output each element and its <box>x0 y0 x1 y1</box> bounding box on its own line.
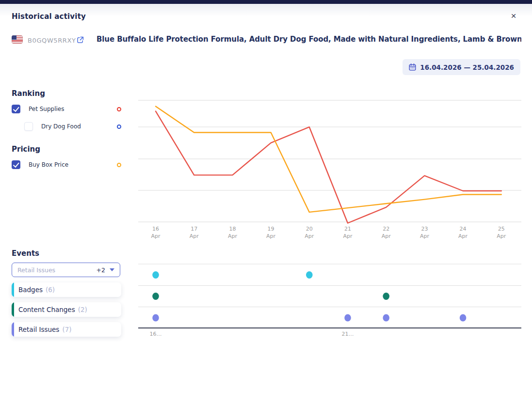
ranking-row-pet-supplies: Pet Supplies <box>12 104 121 114</box>
flag-canton <box>12 35 16 40</box>
x-tick-label: 21 <box>344 226 351 232</box>
events-filter-dropdown[interactable]: Retail Issues +2 <box>12 263 120 277</box>
event-dot[interactable] <box>460 314 467 321</box>
x-tick-label: 16 <box>152 226 159 232</box>
chevron-down-icon <box>110 268 114 271</box>
product-title: Blue Buffalo Life Protection Formula, Ad… <box>97 35 521 44</box>
x-tick-label: 19 <box>268 226 274 232</box>
events-x-label: 16… <box>150 331 162 337</box>
retail-issues-accent-bar <box>12 322 14 337</box>
content-changes-count: (2) <box>78 306 87 313</box>
dry-dog-food-checkbox[interactable] <box>24 122 33 131</box>
event-dot[interactable] <box>152 314 159 321</box>
event-card-content-changes[interactable]: Content Changes (2) <box>12 302 121 317</box>
x-tick-label: 20 <box>306 226 313 232</box>
dropdown-extra-count: +2 <box>97 266 105 274</box>
x-tick-month: Apr <box>382 233 391 239</box>
event-dot[interactable] <box>383 293 389 300</box>
buy-box-series-indicator <box>117 163 121 167</box>
content-changes-label: Content Changes <box>18 306 75 313</box>
pet-supplies-label: Pet Supplies <box>29 106 64 112</box>
x-tick-label: 22 <box>383 226 389 232</box>
event-dot[interactable] <box>152 271 159 279</box>
event-dot[interactable] <box>152 293 159 300</box>
buy-box-price-label: Buy Box Price <box>29 161 68 168</box>
x-tick-label: 24 <box>460 226 467 232</box>
pricing-heading: Pricing <box>12 145 40 154</box>
events-heading: Events <box>12 249 39 258</box>
date-range-picker[interactable]: 16.04.2026 — 25.04.2026 <box>403 59 520 75</box>
x-tick-month: Apr <box>458 233 468 239</box>
x-tick-month: Apr <box>343 233 353 239</box>
external-link-icon[interactable] <box>77 36 84 44</box>
badges-count: (6) <box>46 286 55 294</box>
badges-label: Badges <box>18 286 43 294</box>
x-tick-month: Apr <box>190 233 199 239</box>
x-tick-month: Apr <box>228 233 238 239</box>
series-line <box>156 111 501 223</box>
us-flag-icon <box>12 35 23 44</box>
pricing-row-buy-box: Buy Box Price <box>12 160 121 170</box>
x-tick-month: Apr <box>266 233 276 239</box>
retail-issues-label: Retail Issues <box>18 326 59 333</box>
x-tick-month: Apr <box>305 233 314 239</box>
product-asin: B0GQW5RRXY <box>28 37 76 44</box>
pet-supplies-checkbox[interactable] <box>12 105 20 113</box>
x-tick-month: Apr <box>151 233 161 239</box>
dropdown-value: Retail Issues <box>17 266 55 274</box>
pet-supplies-series-indicator <box>117 107 121 111</box>
event-dot[interactable] <box>344 314 351 321</box>
modal-title: Historical activity <box>12 12 86 21</box>
x-tick-month: Apr <box>497 233 506 239</box>
retail-issues-count: (7) <box>62 326 71 333</box>
buy-box-price-checkbox[interactable] <box>12 160 20 169</box>
date-range-label: 16.04.2026 — 25.04.2026 <box>420 63 514 71</box>
event-card-retail-issues[interactable]: Retail Issues (7) <box>12 322 121 337</box>
x-tick-month: Apr <box>420 233 430 239</box>
x-tick-label: 17 <box>191 226 197 232</box>
ranking-row-dry-dog-food: Dry Dog Food <box>24 122 121 131</box>
series-line <box>156 107 501 212</box>
events-timeline-chart: 16…21… <box>131 259 529 341</box>
dry-dog-food-series-indicator <box>117 125 121 129</box>
x-tick-label: 18 <box>229 226 236 232</box>
event-dot[interactable] <box>306 271 313 279</box>
x-tick-label: 23 <box>421 226 428 232</box>
x-tick-label: 25 <box>498 226 505 232</box>
dry-dog-food-label: Dry Dog Food <box>41 123 81 130</box>
event-dot[interactable] <box>383 314 389 321</box>
window-top-bar <box>0 0 532 4</box>
content-changes-accent-bar <box>12 302 14 317</box>
ranking-price-chart: 16Apr17Apr18Apr19Apr20Apr21Apr22Apr23Apr… <box>131 90 529 240</box>
ranking-heading: Ranking <box>12 89 45 98</box>
calendar-icon <box>409 63 416 71</box>
close-button[interactable]: × <box>507 10 520 22</box>
events-x-label: 21… <box>342 331 354 337</box>
badges-accent-bar <box>12 282 14 297</box>
event-card-badges[interactable]: Badges (6) <box>12 282 121 297</box>
